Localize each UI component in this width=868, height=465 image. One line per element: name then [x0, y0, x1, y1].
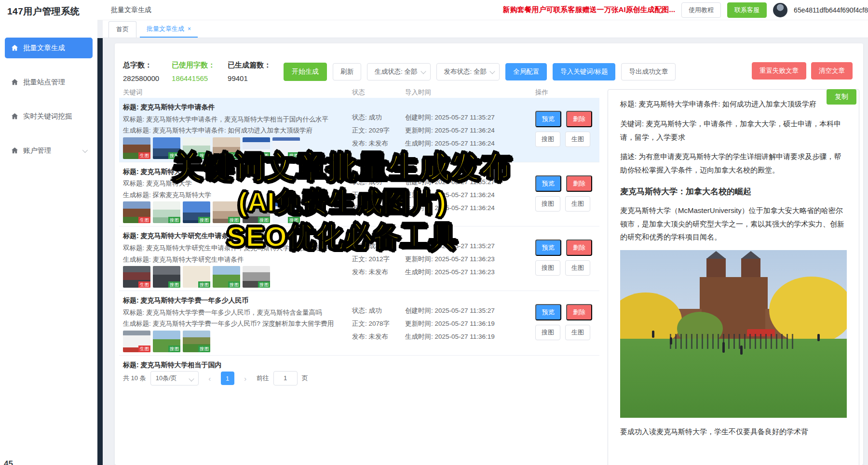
search-image-button[interactable]: 搜图 — [535, 260, 560, 276]
promo-notice[interactable]: 新购套餐用户可联系客服赠送一万张AI原创生成配图... — [503, 5, 676, 14]
preview-title: 标题: 麦克马斯特大学申请条件: 如何成功进入加拿大顶级学府 — [620, 97, 847, 111]
page-size-select[interactable]: 10条/页 — [150, 371, 199, 385]
export-success-button[interactable]: 导出成功文章 — [621, 63, 676, 80]
avatar[interactable] — [773, 3, 787, 17]
thumbnail-generated[interactable]: 生图 — [123, 201, 150, 223]
copy-button[interactable]: 复制 — [827, 89, 856, 105]
home-icon — [11, 79, 18, 86]
photo-person — [740, 345, 743, 355]
thumbnail-searched[interactable]: 搜图 — [183, 266, 210, 288]
thumbnail-generated[interactable]: 生图 — [123, 266, 150, 288]
corner-number: 45 — [4, 459, 13, 465]
row-ops-cell: 预览 删除 搜图 生图 — [535, 294, 596, 352]
search-image-button[interactable]: 搜图 — [535, 196, 560, 212]
generate-image-button[interactable]: 生图 — [565, 196, 590, 212]
overlay-line-3: SEO优化必备工具 — [153, 221, 531, 252]
row-generated-title: 生成标题: 麦克马斯特大学学费一年多少人民币? 深度解析加拿大留学费用 — [123, 319, 352, 329]
home-icon — [11, 147, 18, 154]
delete-button[interactable]: 删除 — [566, 304, 592, 320]
sidebar-menu: 批量文章生成 批量站点管理 实时关键词挖掘 账户管理 — [0, 38, 97, 161]
row-generated-title: 生成标题: 麦克马斯特大学研究生申请条件 — [123, 255, 352, 265]
table-header: 关键词 状态 导入时间 操作 — [123, 88, 596, 97]
tab-bar: 首页 批量文章生成× — [103, 20, 868, 38]
row-publish-status: 发布: 未发布 — [352, 268, 405, 277]
prev-page-button[interactable]: ‹ — [203, 372, 217, 385]
next-page-button[interactable]: › — [239, 372, 252, 385]
photo-person — [722, 342, 725, 353]
tutorial-button[interactable]: 使用教程 — [681, 2, 721, 18]
refresh-button[interactable]: 刷新 — [333, 63, 361, 80]
sidebar-item-label: 批量文章生成 — [23, 43, 65, 53]
row-publish-status: 发布: 未发布 — [352, 332, 405, 341]
preview-button[interactable]: 预览 — [535, 304, 561, 320]
generate-image-button[interactable]: 生图 — [565, 325, 590, 340]
stat-label: 已生成篇数： — [228, 61, 271, 70]
tab-home[interactable]: 首页 — [108, 21, 136, 38]
reset-failed-button[interactable]: 重置失败文章 — [752, 62, 806, 80]
import-keywords-button[interactable]: 导入关键词/标题 — [553, 63, 615, 80]
page-number-active[interactable]: 1 — [221, 372, 234, 385]
generate-status-select[interactable]: 生成状态: 全部 — [367, 63, 431, 80]
thumbnail-generated[interactable]: 生图 — [123, 137, 150, 159]
preview-heading: 麦克马斯特大学：加拿大名校的崛起 — [620, 186, 847, 197]
thumbnail-searched[interactable]: 搜图 — [183, 331, 210, 352]
row-generated-time: 生成时间: 2025-05-27 11:36:19 — [405, 332, 535, 341]
row-status-cell: 状态: 成功 正文: 1957字 — [352, 359, 405, 369]
row-title: 标题: 麦克马斯特大学学费一年多少人民币 — [123, 296, 352, 306]
goto-page-input[interactable]: 1 — [273, 371, 298, 385]
app-title: 147用户管理系统 — [0, 0, 97, 18]
sidebar-item-batch-site[interactable]: 批量站点管理 — [5, 72, 93, 93]
delete-button[interactable]: 删除 — [566, 239, 592, 256]
row-status-cell: 状态: 成功 正文: 2078字 发布: 未发布 — [352, 294, 405, 352]
header-status: 状态 — [352, 88, 405, 97]
thumbnail-label: 搜图 — [198, 345, 210, 352]
user-id: 65e4811dfb644f690f4cf8 — [794, 6, 868, 14]
tab-batch-article[interactable]: 批量文章生成× — [140, 21, 198, 38]
search-image-button[interactable]: 搜图 — [535, 132, 560, 147]
danger-actions: 重置失败文章 清空文章 — [752, 62, 853, 80]
generate-image-button[interactable]: 生图 — [565, 260, 590, 276]
start-generate-button[interactable]: 开始生成 — [284, 63, 327, 81]
delete-button[interactable]: 删除 — [566, 111, 592, 127]
row-created-time: 创建时间: 2025-05-27 11:35:27 — [405, 306, 535, 315]
table-row[interactable]: 标题: 麦克马斯特大学学费一年多少人民币 双标题: 麦克马斯特大学学费一年多少人… — [119, 291, 599, 356]
thumbnail-label: 搜图 — [168, 281, 180, 288]
thumbnail-searched[interactable]: 搜图 — [243, 266, 270, 288]
delete-button[interactable]: 删除 — [566, 175, 592, 192]
thumbnail-searched[interactable]: 搜图 — [153, 331, 180, 352]
sidebar-item-batch-article[interactable]: 批量文章生成 — [5, 38, 93, 58]
thumbnail-label: 生图 — [138, 217, 150, 224]
row-updated-time: 更新时间: 2025-05-27 11:36:23 — [405, 255, 535, 264]
topbar-right: 新购套餐用户可联系客服赠送一万张AI原创生成配图... 使用教程 联系客服 65… — [503, 2, 868, 18]
generate-image-button[interactable]: 生图 — [565, 132, 590, 147]
preview-button[interactable]: 预览 — [535, 239, 561, 256]
tab-label: 批量文章生成 — [147, 25, 184, 32]
row-ops-cell: 预览 删除 搜图 生图 — [535, 359, 596, 369]
main-card: 总字数： 282580000 已使用字数： 186441565 已生成篇数： 9… — [115, 43, 863, 465]
thumbnail-searched[interactable]: 搜图 — [153, 266, 180, 288]
thumbnail-searched[interactable]: 搜图 — [213, 266, 240, 288]
preview-panel: 标题: 麦克马斯特大学申请条件: 如何成功进入加拿大顶级学府 关键词: 麦克马斯… — [608, 89, 859, 465]
photo-person — [652, 331, 654, 338]
thumbnail-generated[interactable]: 生图 — [123, 331, 150, 352]
sidebar-item-account[interactable]: 账户管理 — [5, 140, 93, 161]
search-image-button[interactable]: 搜图 — [535, 325, 560, 340]
row-publish-status: 发布: 未发布 — [352, 139, 405, 148]
stat-value: 186441565 — [172, 74, 215, 82]
row-keyword-cell: 标题: 麦克马斯特大学学费一年多少人民币 双标题: 麦克马斯特大学学费一年多少人… — [123, 294, 352, 352]
row-updated-time: 更新时间: 2025-05-27 11:36:19 — [405, 319, 535, 328]
sidebar-item-keyword-mining[interactable]: 实时关键词挖掘 — [5, 106, 93, 127]
campus-photo — [620, 250, 847, 418]
preview-button[interactable]: 预览 — [535, 111, 561, 127]
row-updated-time: 更新时间: 2025-05-27 11:36:24 — [405, 126, 535, 135]
publish-status-select[interactable]: 发布状态: 全部 — [436, 63, 500, 80]
row-keyword-cell: 标题: 麦克马斯特大学相当于国内 双标题: 麦克马斯特大学相当于国内，麦克马斯特… — [123, 359, 352, 369]
global-config-button[interactable]: 全局配置 — [505, 63, 547, 80]
row-word-count: 正文: 2012字 — [352, 255, 405, 264]
table-row[interactable]: 标题: 麦克马斯特大学相当于国内 双标题: 麦克马斯特大学相当于国内，麦克马斯特… — [119, 356, 599, 369]
preview-button[interactable]: 预览 — [535, 175, 561, 192]
close-icon[interactable]: × — [188, 26, 191, 32]
overlay-line-1: 关键词文章批量生成发布 — [153, 150, 531, 184]
contact-support-button[interactable]: 联系客服 — [727, 2, 767, 18]
clear-articles-button[interactable]: 清空文章 — [811, 62, 853, 80]
